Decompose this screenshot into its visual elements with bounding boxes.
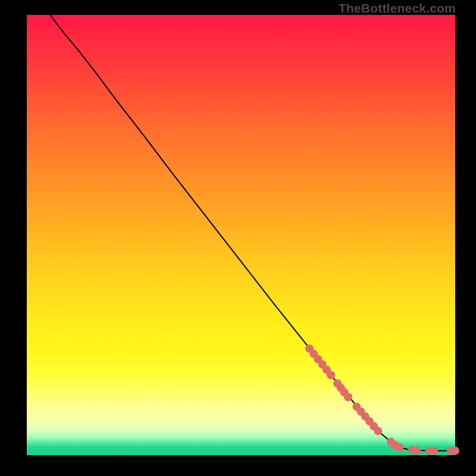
- data-marker: [430, 447, 438, 455]
- data-marker: [412, 446, 421, 455]
- data-markers: [305, 345, 459, 455]
- bottleneck-curve: [51, 15, 455, 451]
- chart-frame: TheBottleneck.com: [0, 0, 476, 476]
- data-marker: [451, 447, 459, 455]
- chart-svg: [27, 15, 455, 455]
- data-marker: [327, 371, 335, 379]
- watermark-text: TheBottleneck.com: [339, 1, 456, 15]
- data-marker: [395, 443, 403, 452]
- data-marker: [344, 393, 352, 401]
- data-marker: [374, 427, 382, 435]
- plot-area: [27, 15, 455, 455]
